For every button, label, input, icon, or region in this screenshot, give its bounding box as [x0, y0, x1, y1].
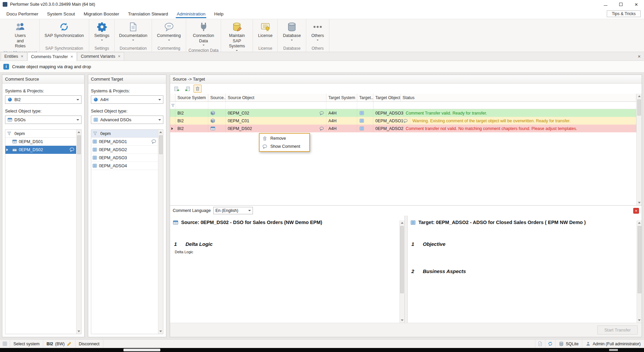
scroll-up-icon[interactable] [76, 130, 81, 135]
col-source-system[interactable]: Source System [175, 94, 208, 101]
adso-icon [359, 118, 364, 123]
adso-icon [92, 139, 97, 144]
comment-icon [262, 144, 267, 149]
adso-icon [359, 111, 364, 116]
adso-icon [92, 163, 97, 168]
adso-icon [359, 126, 364, 131]
table-header: Source System Source... Source Object Ta… [170, 94, 636, 102]
scroll-thumb[interactable] [159, 135, 163, 154]
status-text: Comment transfer not valid. No matching … [404, 125, 636, 132]
comment-icon [151, 139, 156, 144]
adso-icon [92, 155, 97, 160]
status-text: Warning. Existing comment of the target … [410, 117, 636, 125]
col-target-system[interactable]: Target System [326, 94, 357, 101]
expander-icon[interactable] [171, 127, 173, 130]
funnel-icon [93, 131, 98, 136]
adso-icon [92, 147, 97, 152]
col-target-type[interactable]: Target... [357, 94, 373, 101]
col-target-object[interactable]: Target Object [373, 94, 400, 101]
target-object-list: 0epm 0EPM_ADSO1 0EPM_ADSO2 0EPM_ADSO3 [91, 129, 163, 334]
comment-icon [403, 119, 408, 123]
comment-icon [319, 126, 324, 131]
section-heading: Delta Logic [185, 241, 213, 247]
scroll-up-icon[interactable] [158, 130, 163, 135]
scroll-down-icon[interactable] [76, 329, 81, 334]
col-source-type[interactable]: Source... [208, 94, 226, 101]
menu-docu-performer[interactable]: Docu Performer [2, 9, 43, 19]
section-heading: Business Aspects [423, 268, 466, 274]
taskbar-item [609, 349, 618, 351]
adso-icon [410, 220, 416, 225]
list-item[interactable]: 0EPM_DS02 [5, 146, 76, 154]
context-menu-remove[interactable]: Remove [260, 134, 309, 142]
comment-icon [69, 147, 74, 152]
scroll-up-icon[interactable] [400, 220, 405, 225]
source-filter-row[interactable]: 0epm [5, 130, 76, 138]
dso-icon [12, 139, 17, 144]
cube-icon [210, 118, 215, 123]
scrollbar[interactable] [636, 94, 642, 205]
cube-icon [210, 111, 215, 116]
scroll-down-icon[interactable] [637, 318, 642, 323]
scroll-up-icon[interactable] [637, 94, 642, 99]
target-comment-body: 1 Objective 2 Business Aspects [408, 226, 637, 323]
list-item[interactable]: 0EPM_ADSO4 [91, 162, 158, 170]
scroll-down-icon[interactable] [637, 200, 642, 205]
source-comment-body: 1 Delta Logic Delta Logic [170, 226, 399, 323]
target-filter-row[interactable]: 0epm [91, 130, 158, 138]
col-source-object[interactable]: Source Object [226, 94, 326, 101]
scroll-down-icon[interactable] [400, 318, 405, 323]
scrollbar[interactable] [76, 130, 81, 334]
target-comment-title-row: Target: 0EPM_ADSO2 - ADSO for Closed Sal… [408, 216, 637, 226]
trash-icon [262, 136, 267, 141]
section-heading: Objective [423, 241, 446, 247]
funnel-icon [171, 103, 175, 108]
source-object-list: 0epm 0EPM_DS01 0EPM_DS02 [5, 129, 82, 334]
scrollbar[interactable] [158, 130, 163, 334]
list-item[interactable]: 0EPM_ADSO1 [91, 138, 158, 146]
dso-icon [12, 147, 17, 152]
menu-help[interactable]: Help [210, 9, 228, 19]
table-filter-row[interactable] [170, 102, 636, 109]
expander-icon[interactable] [6, 148, 10, 151]
dso-icon [173, 220, 178, 225]
taskbar-item [123, 349, 160, 351]
menu-system-scout[interactable]: System Scout [43, 9, 79, 19]
scrollbar[interactable] [399, 220, 405, 323]
list-item[interactable]: 0EPM_ADSO3 [91, 154, 158, 162]
status-text: Comment Transfer valid. Ready for transf… [404, 109, 636, 117]
scroll-thumb[interactable] [637, 99, 641, 116]
source-comment-title-row: Source: 0EPM_DS02 - DSO for Sales Orders… [170, 216, 399, 226]
section-body: Delta Logic [175, 250, 395, 254]
scroll-thumb[interactable] [77, 135, 81, 154]
scrollbar[interactable] [637, 220, 642, 323]
menu-migration-booster[interactable]: Migration Booster [79, 9, 124, 19]
taskbar-sliver [0, 348, 644, 352]
dso-icon [210, 126, 215, 131]
list-item[interactable]: 0EPM_DS01 [5, 138, 76, 146]
scroll-thumb[interactable] [400, 226, 404, 293]
mapping-table: Source System Source... Source Object Ta… [170, 94, 642, 205]
scroll-thumb[interactable] [638, 226, 641, 293]
table-row[interactable]: BI2 0EPM_DS02 A4H 0EPM_ADSO2 Comment tra… [170, 125, 636, 132]
context-menu: Remove Show Comment [259, 133, 310, 152]
table-row[interactable]: BI2 0EPM_C02 A4H 0EPM_ADSO3 Comment Tran… [170, 109, 636, 117]
source-comment-pane: Source: 0EPM_DS02 - DSO for Sales Orders… [170, 216, 405, 323]
target-comment-pane: Target: 0EPM_ADSO2 - ADSO for Closed Sal… [408, 216, 642, 323]
col-status[interactable]: Status [400, 94, 636, 101]
scroll-up-icon[interactable] [637, 220, 642, 225]
menu-administration[interactable]: Administration [172, 9, 210, 19]
context-menu-show-comment[interactable]: Show Comment [260, 142, 309, 150]
menu-translation-steward[interactable]: Translation Steward [123, 9, 172, 19]
table-row[interactable]: BI2 0EPM_C01 A4H 0EPM_ADSO1 Warning. Exi… [170, 117, 636, 125]
scroll-down-icon[interactable] [158, 329, 163, 334]
comment-icon [319, 111, 324, 116]
list-item[interactable]: 0EPM_ADSO2 [91, 146, 158, 154]
funnel-icon [7, 131, 12, 136]
